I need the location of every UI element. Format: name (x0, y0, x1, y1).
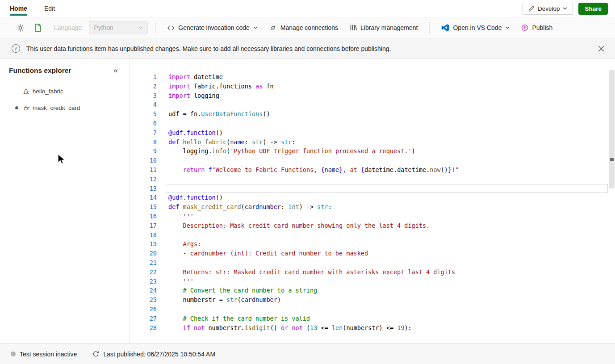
line-number: 26 (135, 305, 157, 314)
code-editor[interactable]: 1import datetime2import fabric.functions… (130, 59, 615, 343)
session-status-dot (11, 351, 16, 356)
code-line[interactable]: 11 return f"Welcome to Fabric Functions,… (135, 165, 615, 175)
open-in-vscode-button[interactable]: Open in VS Code (437, 21, 514, 35)
code-line[interactable]: 13 (135, 184, 615, 193)
line-number: 25 (135, 295, 157, 305)
toolbar-divider (429, 22, 430, 33)
code-line[interactable]: 8def hello_fabric(name: str) -> str: (135, 138, 615, 147)
tab-edit[interactable]: Edit (44, 0, 55, 17)
close-banner-button[interactable] (595, 43, 607, 54)
line-text: logging.info('Python UDF trigger functio… (168, 146, 415, 156)
line-text: def mask_credit_card(cardnumber: int) ->… (168, 202, 332, 212)
line-text: def hello_fabric(name: str) -> str: (168, 138, 296, 147)
code-line[interactable]: 18 (135, 230, 615, 240)
chevron-down-icon (563, 7, 567, 10)
chevron-down-icon (505, 26, 510, 29)
publish-icon (521, 24, 528, 31)
code-line[interactable]: 19 Args: (135, 239, 615, 249)
manage-connections-label: Manage connections (280, 24, 338, 31)
line-number: 24 (135, 286, 157, 295)
info-banner: i This user data functions item has unpu… (0, 38, 615, 59)
ribbon-tabs: Home Edit (10, 0, 55, 17)
line-number: 12 (135, 175, 157, 184)
language-value: Python (94, 24, 113, 31)
status-bar: Test session inactive Last published: 06… (0, 343, 615, 364)
code-line[interactable]: 23 ''' (135, 277, 615, 286)
line-text: import logging (168, 91, 219, 100)
toolbar-divider (155, 22, 155, 33)
function-item-mask_credit_card[interactable]: fxmask_credit_card (0, 100, 130, 116)
line-number: 16 (135, 212, 157, 221)
gear-icon (16, 24, 25, 32)
code-line[interactable]: 27 # Check if the card number is valid (135, 314, 615, 323)
tab-edit-label: Edit (44, 5, 55, 12)
develop-button-label: Develop (538, 5, 560, 12)
settings-button[interactable] (13, 21, 28, 35)
manage-connections-button[interactable]: Manage connections (265, 21, 343, 34)
language-label: Language (54, 24, 82, 31)
generate-invocation-code-button[interactable]: Generate invocation code (163, 21, 262, 34)
line-number: 14 (135, 193, 157, 202)
line-text: - cardnumber (int): Credit card number t… (168, 249, 368, 258)
scrollbar-handle[interactable] (609, 70, 615, 188)
code-line[interactable]: 16 ''' (135, 212, 615, 221)
tab-home[interactable]: Home (10, 0, 27, 17)
code-line[interactable]: 1import datetime (135, 72, 615, 82)
function-item-label: hello_fabric (33, 88, 63, 95)
code-line[interactable]: 2import fabric.functions as fn (135, 82, 615, 91)
line-number: 23 (135, 277, 157, 286)
library-management-button[interactable]: Library management (345, 21, 422, 34)
develop-button[interactable]: Develop (523, 3, 573, 15)
line-number: 21 (135, 258, 157, 268)
code-line[interactable]: 7@udf.function() (135, 128, 615, 138)
tab-home-label: Home (10, 5, 27, 12)
session-status-text: Test session inactive (20, 351, 77, 358)
code-line[interactable]: 17 Description: Mask credit card number … (135, 221, 615, 230)
code-line[interactable]: 25 numberstr = str(cardnumber) (135, 295, 615, 305)
line-text: # Convert the card number to a string (168, 286, 317, 295)
line-text: import datetime (168, 72, 223, 82)
line-number: 7 (135, 128, 157, 138)
publish-button[interactable]: Publish (517, 21, 557, 34)
code-line[interactable]: 6 (135, 119, 615, 128)
script-file-button[interactable] (31, 21, 45, 35)
code-line[interactable]: 5udf = fn.UserDataFunctions() (135, 109, 615, 119)
line-number: 11 (135, 165, 157, 175)
code-line[interactable]: 28 if not numberstr.isdigit() or not (13… (135, 323, 615, 333)
code-line[interactable]: 4 (135, 100, 615, 109)
function-item-label: mask_credit_card (33, 105, 80, 111)
collapse-panel-button[interactable]: « (111, 65, 121, 76)
topbar-actions: Develop Share (523, 3, 608, 15)
publish-label: Publish (532, 24, 552, 31)
line-number: 28 (135, 323, 157, 333)
code-line[interactable]: 21 (135, 258, 615, 268)
code-line[interactable]: 12 (135, 175, 615, 184)
language-select: Python (89, 21, 148, 34)
close-icon (598, 46, 604, 52)
line-number: 15 (135, 202, 157, 212)
line-text: Args: (168, 239, 201, 249)
code-line[interactable]: 10 (135, 156, 615, 165)
code-line[interactable]: 14@udf.function() (135, 193, 615, 202)
code-line[interactable]: 22 Returns: str: Masked credit card numb… (135, 268, 615, 277)
line-number: 2 (135, 82, 157, 91)
functions-explorer-panel: Functions explorer « fxhello_fabricfxmas… (0, 59, 130, 343)
plug-icon (269, 24, 277, 31)
function-item-hello_fabric[interactable]: fxhello_fabric (0, 83, 130, 100)
share-button[interactable]: Share (578, 3, 608, 15)
code-line[interactable]: 24 # Convert the card number to a string (135, 286, 615, 295)
line-text: ''' (168, 212, 194, 221)
generate-invocation-code-label: Generate invocation code (178, 24, 250, 31)
line-text: Description: Mask credit card number sho… (168, 221, 430, 230)
app-window: Home Edit Develop Share Language Python (0, 0, 615, 364)
editor-scrollbar[interactable] (609, 59, 615, 335)
code-line[interactable]: 9 logging.info('Python UDF trigger funct… (135, 146, 615, 156)
overview-ruler-mark (610, 158, 614, 161)
line-text: if not numberstr.isdigit() or not (13 <=… (168, 323, 412, 333)
code-line[interactable]: 15def mask_credit_card(cardnumber: int) … (135, 202, 615, 212)
library-management-label: Library management (360, 24, 418, 31)
code-line[interactable]: 26 (135, 305, 615, 314)
code-line[interactable]: 20 - cardnumber (int): Credit card numbe… (135, 249, 615, 258)
open-in-vscode-label: Open in VS Code (453, 24, 502, 31)
code-line[interactable]: 3import logging (135, 91, 615, 100)
